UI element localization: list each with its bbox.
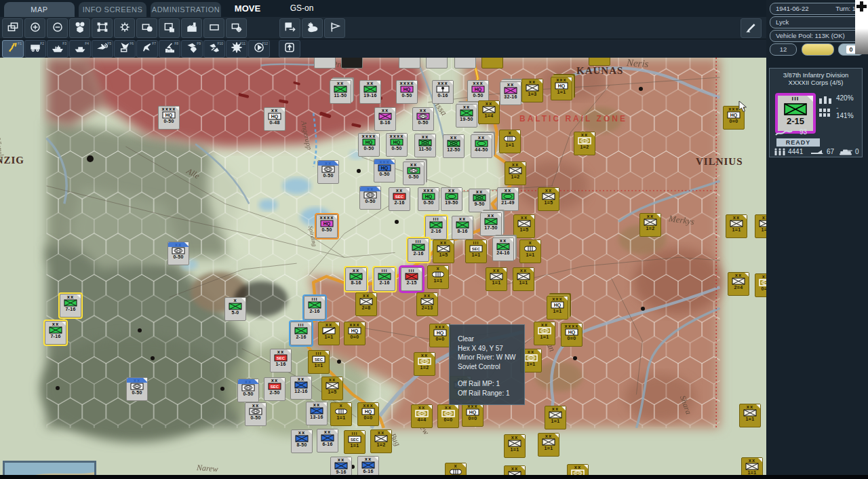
unit-counter[interactable]: XXHQ (314, 58, 336, 69)
unit-counter[interactable]: XX4=4 (411, 404, 433, 428)
unit-counter[interactable]: XX1=1 (504, 434, 526, 458)
unit-counter[interactable]: XX0-50 (317, 160, 339, 184)
move-up-stack-button[interactable] (279, 40, 300, 58)
minimap[interactable] (3, 461, 96, 476)
unit-counter[interactable]: XX0-50 (237, 379, 259, 402)
unit-counter[interactable]: XXXHQ0-50 (418, 187, 439, 211)
unit-counter[interactable]: XX8-16 (345, 267, 367, 291)
unit-counter[interactable]: IIISEC1=1 (308, 350, 330, 374)
zoom-out-button[interactable] (47, 18, 68, 38)
unit-counter[interactable]: XXXXHQ0-50 (396, 80, 418, 104)
unit-counter[interactable]: XX1=1 (538, 433, 559, 457)
unit-counter[interactable]: XXSEC2-16 (389, 187, 410, 211)
unit-counter[interactable]: XX8-50 (291, 429, 313, 453)
unit-counter[interactable]: XX21-49 (497, 187, 519, 211)
unit-counter[interactable]: III2-16 (408, 238, 429, 262)
mode-f9-button[interactable]: F9 (181, 40, 203, 58)
mode-f7-button[interactable]: F7 (136, 40, 158, 58)
unit-counter[interactable]: XX1=1 (486, 267, 507, 291)
unit-counter[interactable]: XX1=2 (370, 429, 392, 453)
weather-button[interactable] (302, 18, 323, 38)
unit-counter[interactable]: XXXHQ0=0 (429, 324, 451, 347)
mode-f8-button[interactable]: F8 (159, 40, 180, 58)
unit-counter[interactable]: XX1=1 (513, 267, 534, 291)
counters-button[interactable] (69, 18, 90, 38)
unit-counter[interactable]: XX1=2 (505, 161, 526, 185)
unit-counter[interactable]: XX2=13 (416, 292, 438, 316)
menu-move[interactable]: MOVE (224, 0, 271, 17)
end-turn-cross-button[interactable] (855, 0, 868, 54)
unit-counter[interactable]: X1=2 (445, 463, 467, 476)
box-gear-button[interactable] (226, 18, 247, 38)
unit-counter[interactable]: XX0-50 (403, 161, 425, 185)
unit-counter[interactable]: XX1=1 (755, 214, 766, 238)
unit-counter[interactable]: XX0-50 (245, 402, 267, 426)
unit-counter[interactable]: XX0-50 (126, 377, 148, 401)
unit-counter[interactable]: XXHQ (426, 58, 448, 69)
unit-counter[interactable]: XX19-16 (359, 80, 381, 104)
unit-counter[interactable]: XX (589, 58, 610, 66)
unit-counter[interactable]: XX8-16 (452, 216, 473, 240)
unit-counter[interactable]: XX6-16 (317, 429, 338, 453)
gear-hex-button[interactable] (114, 18, 135, 38)
unit-counter[interactable]: XX0=0 (567, 464, 589, 476)
unit-counter[interactable]: XX9-50 (469, 189, 490, 212)
mode-f1-button[interactable]: F1 (2, 40, 24, 58)
tab-map-information[interactable]: MAP INFORMATION (4, 2, 75, 17)
unit-counter[interactable]: X1=1 (427, 265, 449, 289)
unit-counter[interactable]: X1=1 (519, 240, 541, 263)
unit-counter[interactable]: XX1=1 (318, 322, 340, 345)
mode-f11-button[interactable]: F11 (226, 40, 248, 58)
unit-counter[interactable]: XXXXHQ0=0 (561, 323, 583, 347)
unit-counter[interactable]: X5-0 (224, 297, 246, 321)
unit-counter[interactable]: XX7-16 (45, 321, 66, 345)
unit-counter[interactable]: XXXXHQ0-50 (158, 106, 180, 130)
unit-counter[interactable]: III2-16 (374, 267, 395, 291)
unit-counter[interactable]: XXXHQ1=1 (551, 77, 572, 100)
unit-counter[interactable]: XX11-50 (330, 80, 351, 104)
unit-counter[interactable]: XX1=5 (321, 377, 343, 400)
unit-counter[interactable]: XX1=1 (534, 322, 555, 345)
mode-f5-button[interactable]: F5 (92, 40, 113, 58)
pennant-button[interactable] (324, 18, 345, 38)
menu-gs-toggle[interactable]: GS-on (281, 0, 322, 17)
unit-counter[interactable]: XX1=1 (739, 404, 761, 427)
jump-flag-button[interactable] (279, 18, 300, 38)
mode-f12-button[interactable]: F12 (248, 40, 270, 58)
unit-counter[interactable]: XX19-50 (441, 187, 462, 211)
unit-counter[interactable]: XX19-50 (456, 104, 477, 128)
unit-counter[interactable]: IIISEC1=1 (344, 430, 366, 454)
unit-counter[interactable]: XXXHQ0-50 (374, 159, 395, 183)
unit-counter[interactable]: XX32-16 (500, 81, 521, 105)
mode-f10-button[interactable]: F10 (203, 40, 225, 58)
hex-select-button[interactable] (92, 18, 113, 38)
unit-counter[interactable]: XX12-50 (443, 134, 465, 158)
unit-counter[interactable]: XXXHQ0=0 (357, 402, 379, 426)
unit-counter[interactable]: XX0=0 (755, 273, 766, 297)
unit-counter[interactable]: X1=1 (330, 402, 352, 426)
unit-counter[interactable]: XX1=5 (538, 187, 559, 211)
unit-counter[interactable]: XX0=0 (437, 404, 459, 428)
unit-counter[interactable]: XX (341, 58, 363, 69)
unit-counter[interactable]: III2-16 (304, 296, 326, 320)
unit-counter[interactable]: III2-16 (425, 216, 447, 240)
unit-counter[interactable]: XX44-50 (471, 134, 492, 158)
unit-counter[interactable]: XX13-16 (306, 402, 328, 425)
unit-counter[interactable]: XX1=1 (741, 457, 763, 476)
unit-counter[interactable]: XXXHQ0=0 (344, 322, 366, 345)
unit-counter[interactable]: XX17-50 (480, 212, 502, 236)
unit-counter[interactable]: III2-16 (290, 322, 312, 345)
unit-counter[interactable]: XXXXHQ0-50 (358, 133, 380, 157)
unit-counter[interactable]: XX1=1 (726, 214, 747, 238)
unit-counter[interactable]: XX1=2 (574, 132, 595, 155)
unit-counter[interactable]: XXXHQ0=0 (462, 403, 484, 427)
unit-counter[interactable]: XXXXHQ0-50 (386, 133, 408, 157)
unit-counter[interactable]: XX0-50 (359, 186, 381, 210)
mode-f4-button[interactable]: F4 (69, 40, 91, 58)
unit-counter[interactable]: XX1=1 (504, 465, 526, 476)
tab-administration[interactable]: ADMINISTRATION (151, 2, 221, 17)
mode-f3-button[interactable]: F3 (47, 40, 68, 58)
zoom-in-button[interactable] (24, 18, 45, 38)
unit-counter[interactable]: XXSEC2-50 (264, 377, 285, 401)
unit-counter[interactable]: XX7-16 (60, 294, 81, 318)
